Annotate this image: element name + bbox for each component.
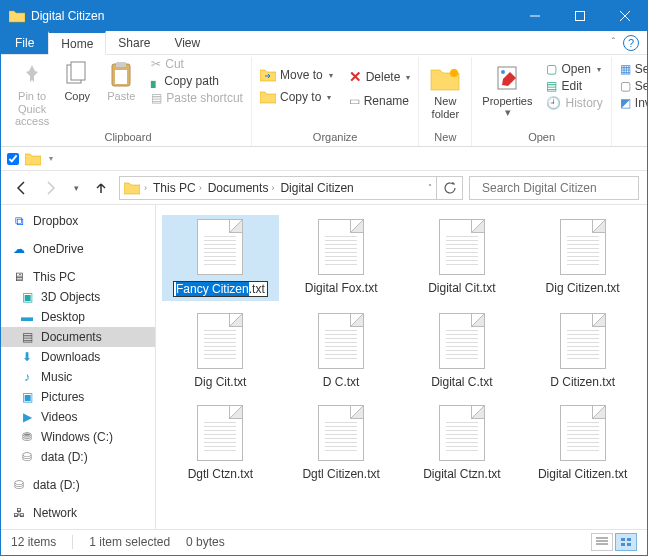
- file-item[interactable]: Digital Ctzn.txt: [404, 401, 521, 485]
- up-button[interactable]: [89, 176, 113, 200]
- open-button[interactable]: ▢Open▾: [542, 61, 606, 77]
- edit-icon: ▤: [546, 79, 557, 93]
- sidebar-item-thispc[interactable]: 🖥This PC: [1, 267, 155, 287]
- sidebar-item-videos[interactable]: ▶Videos: [1, 407, 155, 427]
- details-view-button[interactable]: [591, 533, 613, 551]
- move-to-button[interactable]: Move to▾: [256, 67, 337, 83]
- new-folder-button[interactable]: New folder: [423, 61, 467, 122]
- group-label: Open: [528, 130, 555, 146]
- select-all-button[interactable]: ▦Select all: [616, 61, 648, 77]
- close-button[interactable]: [602, 1, 647, 31]
- maximize-button[interactable]: [557, 1, 602, 31]
- menubar: File Home Share View ˆ ?: [1, 31, 647, 55]
- address-bar: ▾ › This PC› Documents› Digital Citizen …: [1, 171, 647, 205]
- collapse-ribbon-icon[interactable]: ˆ: [612, 37, 615, 48]
- help-icon[interactable]: ?: [623, 35, 639, 51]
- file-list[interactable]: Fancy Citizen.txt Digital Fox.txt Digita…: [156, 205, 647, 529]
- sidebar-item-3dobjects[interactable]: ▣3D Objects: [1, 287, 155, 307]
- sidebar-item-windows-c[interactable]: ⛃Windows (C:): [1, 427, 155, 447]
- search-input[interactable]: [482, 181, 632, 195]
- cut-button[interactable]: ✂Cut: [147, 56, 247, 72]
- copy-path-button[interactable]: ▖Copy path: [147, 73, 247, 89]
- recent-locations-button[interactable]: ▾: [69, 176, 83, 200]
- sidebar-item-desktop[interactable]: ▬Desktop: [1, 307, 155, 327]
- quick-access-toolbar: ▾: [1, 147, 647, 171]
- breadcrumb-segment[interactable]: Digital Citizen: [278, 181, 355, 195]
- file-item[interactable]: Digital Citizen.txt: [524, 401, 641, 485]
- file-item[interactable]: Dgtl Citizen.txt: [283, 401, 400, 485]
- svg-point-6: [450, 69, 458, 77]
- navigation-pane[interactable]: ⧉Dropbox ☁OneDrive 🖥This PC ▣3D Objects …: [1, 205, 156, 529]
- file-item[interactable]: Digital C.txt: [404, 309, 521, 393]
- back-button[interactable]: [9, 176, 33, 200]
- edit-button[interactable]: ▤Edit: [542, 78, 606, 94]
- file-tab[interactable]: File: [1, 31, 48, 54]
- breadcrumb-segment[interactable]: Documents›: [206, 181, 277, 195]
- chevron-down-icon[interactable]: ˅: [428, 183, 432, 192]
- cube-icon: ▣: [19, 290, 35, 304]
- svg-rect-4: [116, 62, 126, 67]
- sidebar-item-pictures[interactable]: ▣Pictures: [1, 387, 155, 407]
- downloads-icon: ⬇: [19, 350, 35, 364]
- file-item[interactable]: Dig Citizen.txt: [524, 215, 641, 301]
- sidebar-item-data-d2[interactable]: ⛁data (D:): [1, 475, 155, 495]
- history-icon: 🕘: [546, 96, 561, 110]
- file-name: D C.txt: [323, 375, 360, 389]
- sidebar-item-documents[interactable]: ▤Documents: [1, 327, 155, 347]
- copy-to-button[interactable]: Copy to▾: [256, 89, 337, 105]
- breadcrumb-bar[interactable]: › This PC› Documents› Digital Citizen ˅: [119, 176, 437, 200]
- documents-icon: ▤: [19, 330, 35, 344]
- sidebar-item-downloads[interactable]: ⬇Downloads: [1, 347, 155, 367]
- icons-view-button[interactable]: [615, 533, 637, 551]
- selection-size: 0 bytes: [186, 535, 225, 549]
- text-file-icon: [560, 405, 606, 461]
- select-all-icon: ▦: [620, 62, 631, 76]
- rename-button[interactable]: ▭Rename: [345, 93, 415, 109]
- refresh-button[interactable]: [437, 176, 463, 200]
- select-none-button[interactable]: ▢Select none: [616, 78, 648, 94]
- svg-rect-0: [575, 12, 584, 21]
- new-folder-icon: [430, 63, 460, 95]
- drive-icon: ⛁: [19, 450, 35, 464]
- sidebar-item-data-d[interactable]: ⛁data (D:): [1, 447, 155, 467]
- paste-shortcut-button[interactable]: ▤Paste shortcut: [147, 90, 247, 106]
- invert-selection-button[interactable]: ◩Invert selection: [616, 95, 648, 111]
- file-item[interactable]: Digital Cit.txt: [404, 215, 521, 301]
- home-tab[interactable]: Home: [48, 31, 106, 55]
- search-box[interactable]: [469, 176, 639, 200]
- forward-button[interactable]: [39, 176, 63, 200]
- group-label: Clipboard: [104, 130, 151, 146]
- file-item[interactable]: Digital Fox.txt: [283, 215, 400, 301]
- minimize-button[interactable]: [512, 1, 557, 31]
- main-area: ⧉Dropbox ☁OneDrive 🖥This PC ▣3D Objects …: [1, 205, 647, 529]
- share-tab[interactable]: Share: [106, 31, 162, 54]
- view-tab[interactable]: View: [162, 31, 212, 54]
- file-item[interactable]: Dgtl Ctzn.txt: [162, 401, 279, 485]
- file-item[interactable]: Dig Cit.txt: [162, 309, 279, 393]
- sidebar-item-music[interactable]: ♪Music: [1, 367, 155, 387]
- history-button[interactable]: 🕘History: [542, 95, 606, 111]
- sidebar-item-onedrive[interactable]: ☁OneDrive: [1, 239, 155, 259]
- text-file-icon: [318, 405, 364, 461]
- breadcrumb-segment[interactable]: This PC›: [151, 181, 204, 195]
- pin-to-quick-access-button[interactable]: Pin to Quick access: [9, 56, 55, 130]
- folder-icon: [25, 152, 41, 166]
- file-item[interactable]: D C.txt: [283, 309, 400, 393]
- file-name-edit[interactable]: Fancy Citizen.txt: [173, 281, 268, 297]
- sidebar-item-dropbox[interactable]: ⧉Dropbox: [1, 211, 155, 231]
- paste-button[interactable]: Paste: [99, 56, 143, 105]
- svg-point-8: [501, 70, 505, 74]
- file-name: Digital Cit.txt: [428, 281, 495, 295]
- file-name: Dgtl Citizen.txt: [302, 467, 379, 481]
- sidebar-item-network[interactable]: 🖧Network: [1, 503, 155, 523]
- copy-button[interactable]: Copy: [55, 56, 99, 105]
- chevron-down-icon[interactable]: ▾: [49, 154, 53, 163]
- svg-rect-5: [115, 70, 127, 84]
- svg-rect-2: [71, 62, 85, 80]
- delete-button[interactable]: ✕Delete▾: [345, 67, 415, 87]
- properties-button[interactable]: Properties▾: [476, 61, 538, 120]
- file-item[interactable]: D Citizen.txt: [524, 309, 641, 393]
- select-toggle-checkbox[interactable]: [7, 153, 19, 165]
- file-item[interactable]: Fancy Citizen.txt: [162, 215, 279, 301]
- move-to-icon: [260, 68, 276, 82]
